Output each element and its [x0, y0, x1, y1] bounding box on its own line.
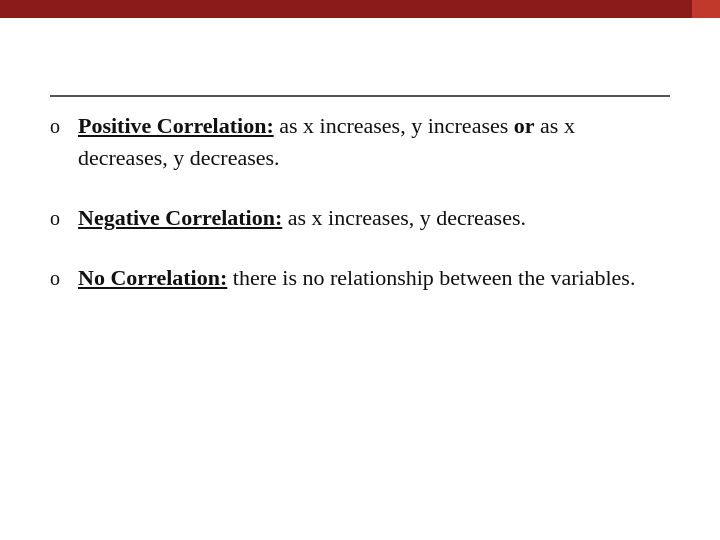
term-positive: Positive Correlation:	[78, 113, 274, 138]
text-negative: as x increases, y decreases.	[288, 205, 526, 230]
top-bar-accent	[692, 0, 720, 18]
text-positive-or: or	[514, 113, 535, 138]
top-bar	[0, 0, 720, 18]
bullet-text-negative: Negative Correlation: as x increases, y …	[78, 202, 670, 234]
list-item: o Negative Correlation: as x increases, …	[50, 202, 670, 234]
term-negative: Negative Correlation:	[78, 205, 282, 230]
list-item: o Positive Correlation: as x increases, …	[50, 110, 670, 174]
term-no: No Correlation:	[78, 265, 227, 290]
bullet-list: o Positive Correlation: as x increases, …	[50, 110, 670, 294]
bullet-symbol: o	[50, 112, 60, 141]
divider-line	[50, 95, 670, 97]
text-positive-1: as x increases, y increases	[279, 113, 514, 138]
bullet-text-positive: Positive Correlation: as x increases, y …	[78, 110, 670, 174]
list-item: o No Correlation: there is no relationsh…	[50, 262, 670, 294]
bullet-symbol: o	[50, 264, 60, 293]
main-content: o Positive Correlation: as x increases, …	[50, 110, 670, 322]
bullet-symbol: o	[50, 204, 60, 233]
bullet-text-no: No Correlation: there is no relationship…	[78, 262, 670, 294]
text-no: there is no relationship between the var…	[233, 265, 636, 290]
